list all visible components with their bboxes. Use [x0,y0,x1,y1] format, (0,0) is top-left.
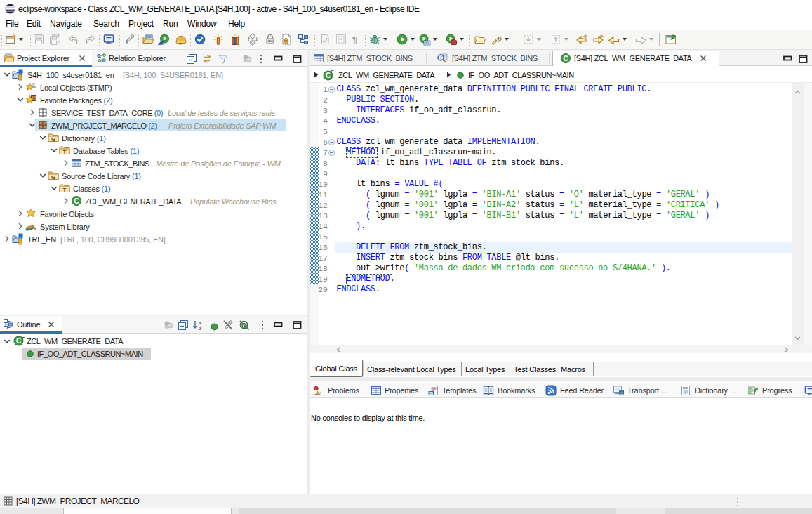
svg-text:z: z [199,325,202,331]
